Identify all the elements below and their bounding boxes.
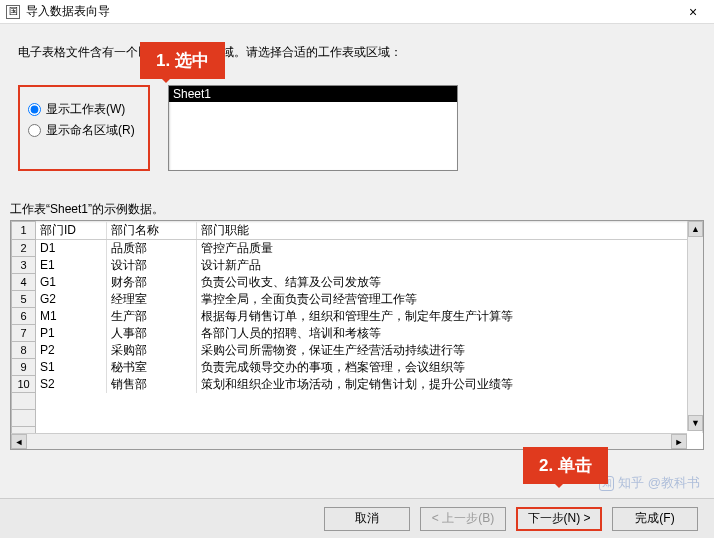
table-cell: D1 bbox=[36, 239, 107, 257]
table-cell: 采购部 bbox=[106, 342, 196, 359]
table-cell: E1 bbox=[36, 257, 107, 274]
row-number bbox=[12, 393, 36, 410]
radio-show-worksheets-label: 显示工作表(W) bbox=[46, 101, 125, 118]
row-number: 3 bbox=[12, 257, 36, 274]
table-row bbox=[12, 393, 703, 410]
listbox-item[interactable]: Sheet1 bbox=[169, 86, 457, 102]
table-cell: 设计新产品 bbox=[196, 257, 702, 274]
table-header-row: 1部门ID部门名称部门职能 bbox=[12, 222, 703, 240]
table-cell: 各部门人员的招聘、培训和考核等 bbox=[196, 325, 702, 342]
row-number: 4 bbox=[12, 274, 36, 291]
instruction-text: 电子表格文件含有一个以上工作表或区域。请选择合适的工作表或区域： bbox=[18, 44, 696, 61]
table-cell bbox=[36, 410, 703, 427]
table-cell: P2 bbox=[36, 342, 107, 359]
table-row: 4G1财务部负责公司收支、结算及公司发放等 bbox=[12, 274, 703, 291]
table-row: 7P1人事部各部门人员的招聘、培训和考核等 bbox=[12, 325, 703, 342]
row-number: 2 bbox=[12, 239, 36, 257]
table-cell: 管控产品质量 bbox=[196, 239, 702, 257]
table-row: 10S2销售部策划和组织企业市场活动，制定销售计划，提升公司业绩等 bbox=[12, 376, 703, 393]
cancel-button[interactable]: 取消 bbox=[324, 507, 410, 531]
table-row: 8P2采购部采购公司所需物资，保证生产经营活动持续进行等 bbox=[12, 342, 703, 359]
scroll-down-icon[interactable]: ▼ bbox=[688, 415, 703, 431]
radio-show-worksheets-input[interactable] bbox=[28, 103, 41, 116]
sample-table-container: 1部门ID部门名称部门职能2D1品质部管控产品质量3E1设计部设计新产品4G1财… bbox=[10, 220, 704, 450]
footer: 取消 < 上一步(B) 下一步(N) > 完成(F) bbox=[0, 498, 714, 538]
row-number bbox=[12, 410, 36, 427]
table-cell: M1 bbox=[36, 308, 107, 325]
table-row: 2D1品质部管控产品质量 bbox=[12, 239, 703, 257]
watermark: 知 知乎 @教科书 bbox=[599, 474, 700, 492]
table-row: 6M1生产部根据每月销售订单，组织和管理生产，制定年度生产计算等 bbox=[12, 308, 703, 325]
table-cell: 经理室 bbox=[106, 291, 196, 308]
sample-data-label: 工作表“Sheet1”的示例数据。 bbox=[10, 201, 714, 218]
radio-group: 显示工作表(W) 显示命名区域(R) bbox=[18, 85, 150, 171]
table-cell: 根据每月销售订单，组织和管理生产，制定年度生产计算等 bbox=[196, 308, 702, 325]
table-cell: S1 bbox=[36, 359, 107, 376]
next-button[interactable]: 下一步(N) > bbox=[516, 507, 602, 531]
table-row: 5G2经理室掌控全局，全面负责公司经营管理工作等 bbox=[12, 291, 703, 308]
app-icon: 国 bbox=[6, 5, 20, 19]
table-cell: 秘书室 bbox=[106, 359, 196, 376]
finish-button[interactable]: 完成(F) bbox=[612, 507, 698, 531]
table-row: 9S1秘书室负责完成领导交办的事项，档案管理，会议组织等 bbox=[12, 359, 703, 376]
window-title: 导入数据表向导 bbox=[26, 3, 678, 20]
table-cell: 负责公司收支、结算及公司发放等 bbox=[196, 274, 702, 291]
table-cell: G1 bbox=[36, 274, 107, 291]
table-row: 3E1设计部设计新产品 bbox=[12, 257, 703, 274]
table-cell: S2 bbox=[36, 376, 107, 393]
column-header: 部门ID bbox=[36, 222, 107, 240]
table-cell: G2 bbox=[36, 291, 107, 308]
table-cell: 财务部 bbox=[106, 274, 196, 291]
row-number: 10 bbox=[12, 376, 36, 393]
sample-table: 1部门ID部门名称部门职能2D1品质部管控产品质量3E1设计部设计新产品4G1财… bbox=[11, 221, 703, 433]
row-number: 5 bbox=[12, 291, 36, 308]
table-cell: 人事部 bbox=[106, 325, 196, 342]
watermark-text: 知乎 @教科书 bbox=[618, 474, 700, 492]
table-cell: 策划和组织企业市场活动，制定销售计划，提升公司业绩等 bbox=[196, 376, 702, 393]
radio-show-named-ranges-label: 显示命名区域(R) bbox=[46, 122, 135, 139]
scroll-left-icon[interactable]: ◄ bbox=[11, 434, 27, 449]
scroll-right-icon[interactable]: ► bbox=[671, 434, 687, 449]
callout-click: 2. 单击 bbox=[523, 447, 608, 484]
table-cell: 负责完成领导交办的事项，档案管理，会议组织等 bbox=[196, 359, 702, 376]
row-number: 9 bbox=[12, 359, 36, 376]
radio-show-named-ranges[interactable]: 显示命名区域(R) bbox=[28, 122, 140, 139]
table-cell: 采购公司所需物资，保证生产经营活动持续进行等 bbox=[196, 342, 702, 359]
radio-show-worksheets[interactable]: 显示工作表(W) bbox=[28, 101, 140, 118]
table-cell: 品质部 bbox=[106, 239, 196, 257]
table-cell: 生产部 bbox=[106, 308, 196, 325]
close-button[interactable]: × bbox=[678, 2, 708, 22]
vertical-scrollbar[interactable]: ▲ ▼ bbox=[687, 221, 703, 431]
titlebar: 国 导入数据表向导 × bbox=[0, 0, 714, 24]
table-cell: 销售部 bbox=[106, 376, 196, 393]
column-header: 部门职能 bbox=[196, 222, 702, 240]
table-cell bbox=[36, 393, 703, 410]
table-cell: P1 bbox=[36, 325, 107, 342]
row-number: 1 bbox=[12, 222, 36, 240]
row-number: 6 bbox=[12, 308, 36, 325]
back-button: < 上一步(B) bbox=[420, 507, 506, 531]
table-row bbox=[12, 410, 703, 427]
radio-show-named-ranges-input[interactable] bbox=[28, 124, 41, 137]
row-number: 8 bbox=[12, 342, 36, 359]
table-cell: 设计部 bbox=[106, 257, 196, 274]
table-cell: 掌控全局，全面负责公司经营管理工作等 bbox=[196, 291, 702, 308]
row-number: 7 bbox=[12, 325, 36, 342]
callout-select: 1. 选中 bbox=[140, 42, 225, 79]
scroll-up-icon[interactable]: ▲ bbox=[688, 221, 703, 237]
column-header: 部门名称 bbox=[106, 222, 196, 240]
worksheet-listbox[interactable]: Sheet1 bbox=[168, 85, 458, 171]
